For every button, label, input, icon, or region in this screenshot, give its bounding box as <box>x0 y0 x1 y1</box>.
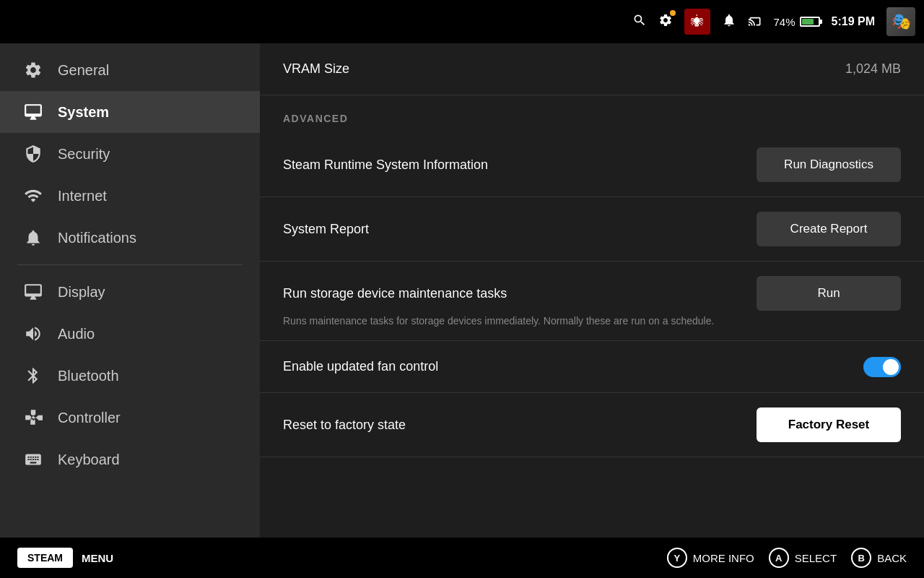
a-button: A <box>769 548 789 568</box>
sidebar-divider <box>17 264 243 265</box>
create-report-button[interactable]: Create Report <box>757 212 901 246</box>
avatar[interactable]: 🎭 <box>886 7 915 36</box>
fan-control-row: Enable updated fan control <box>260 341 924 393</box>
system-report-label: System Report <box>283 222 369 237</box>
cast-icon[interactable] <box>748 13 762 31</box>
audio-icon <box>23 324 43 343</box>
sidebar-item-label: Keyboard <box>58 452 120 468</box>
y-button: Y <box>667 548 687 568</box>
bottom-action-select[interactable]: A SELECT <box>769 548 837 568</box>
steam-runtime-row: Steam Runtime System Information Run Dia… <box>260 133 924 197</box>
run-maintenance-button[interactable]: Run <box>757 276 901 311</box>
sidebar-item-label: General <box>58 62 109 79</box>
back-label: BACK <box>877 552 907 564</box>
section-advanced: ADVANCED <box>260 95 924 133</box>
sidebar-item-bluetooth[interactable]: Bluetooth <box>0 355 260 397</box>
sidebar-item-security[interactable]: Security <box>0 133 260 175</box>
steam-button[interactable]: STEAM <box>17 548 73 568</box>
sidebar-item-label: Notifications <box>58 230 136 246</box>
sidebar-item-label: Internet <box>58 188 107 204</box>
sidebar-item-label: System <box>58 104 109 121</box>
battery-indicator: 74% <box>774 16 820 28</box>
factory-reset-button[interactable]: Factory Reset <box>757 407 901 442</box>
bottom-actions: Y MORE INFO A SELECT B BACK <box>667 548 907 568</box>
sidebar-item-controller[interactable]: Controller <box>0 397 260 439</box>
bottom-action-back[interactable]: B BACK <box>851 548 907 568</box>
vram-value: 1,024 MB <box>845 61 901 77</box>
bottombar: STEAM MENU Y MORE INFO A SELECT B BACK <box>0 538 924 578</box>
sidebar-item-label: Security <box>58 146 110 163</box>
factory-reset-label: Reset to factory state <box>283 418 406 433</box>
keyboard-icon <box>23 450 43 469</box>
sidebar-item-notifications[interactable]: Notifications <box>0 217 260 259</box>
sidebar-item-display[interactable]: Display <box>0 271 260 313</box>
sidebar-item-internet[interactable]: Internet <box>0 175 260 217</box>
internet-icon <box>23 186 43 205</box>
bluetooth-icon <box>23 366 43 385</box>
notifications-icon <box>23 228 43 247</box>
menu-label: MENU <box>82 552 113 564</box>
content-area: VRAM Size 1,024 MB ADVANCED Steam Runtim… <box>260 43 924 538</box>
fan-control-toggle[interactable] <box>863 357 901 377</box>
sidebar-item-label: Controller <box>58 410 121 426</box>
search-icon[interactable] <box>632 13 647 31</box>
vram-label: VRAM Size <box>283 61 349 77</box>
steam-runtime-label: Steam Runtime System Information <box>283 158 488 173</box>
notification-icon[interactable] <box>722 13 736 31</box>
controller-icon <box>23 408 43 427</box>
factory-reset-row: Reset to factory state Factory Reset <box>260 393 924 457</box>
topbar: 🕷 74% 5:19 PM 🎭 <box>0 0 924 43</box>
b-button: B <box>851 548 871 568</box>
sidebar-item-label: Audio <box>58 326 95 342</box>
sidebar-item-label: Bluetooth <box>58 368 119 384</box>
display-icon <box>23 282 43 301</box>
storage-description: Runs maintenance tasks for storage devic… <box>260 314 924 341</box>
fan-control-label: Enable updated fan control <box>283 359 438 374</box>
battery-pct-text: 74% <box>774 16 796 28</box>
sidebar: General System Security Internet <box>0 43 260 538</box>
select-label: SELECT <box>795 552 837 564</box>
vram-row: VRAM Size 1,024 MB <box>260 43 924 95</box>
more-info-label: MORE INFO <box>693 552 754 564</box>
run-diagnostics-button[interactable]: Run Diagnostics <box>757 147 901 182</box>
sidebar-item-keyboard[interactable]: Keyboard <box>0 439 260 480</box>
game-icon[interactable]: 🕷 <box>684 9 710 35</box>
clock: 5:19 PM <box>832 15 875 28</box>
sidebar-item-general[interactable]: General <box>0 49 260 91</box>
battery-icon <box>800 17 820 27</box>
storage-maintenance-label: Run storage device maintenance tasks <box>283 286 507 301</box>
sidebar-item-label: Display <box>58 284 105 301</box>
sidebar-item-system[interactable]: System <box>0 91 260 133</box>
system-report-row: System Report Create Report <box>260 197 924 262</box>
sidebar-item-audio[interactable]: Audio <box>0 313 260 355</box>
bottom-action-moreinfo[interactable]: Y MORE INFO <box>667 548 754 568</box>
storage-maintenance-row: Run storage device maintenance tasks Run <box>260 262 924 314</box>
main-layout: General System Security Internet <box>0 43 924 538</box>
settings-icon[interactable] <box>658 13 673 31</box>
system-icon <box>23 103 43 121</box>
general-icon <box>23 61 43 79</box>
security-icon <box>23 144 43 163</box>
